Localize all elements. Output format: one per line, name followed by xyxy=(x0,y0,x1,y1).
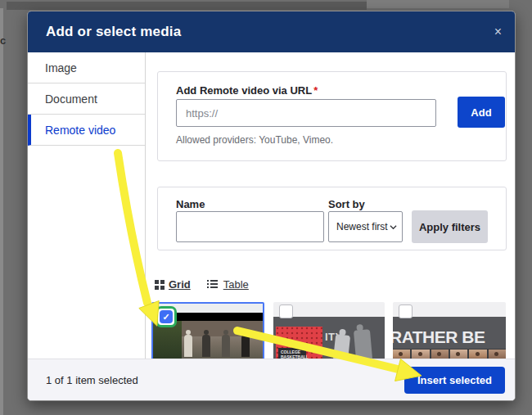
media-type-sidebar: Image Document Remote video xyxy=(28,52,146,359)
media-library-modal: Add or select media × Image Document Rem… xyxy=(27,11,516,401)
modal-title: Add or select media xyxy=(28,24,181,40)
tab-document-label: Document xyxy=(45,92,97,106)
screen: c Add or select media × Image Document R… xyxy=(0,0,532,415)
video-url-input[interactable] xyxy=(176,99,436,127)
media-item-checkbox[interactable] xyxy=(279,304,293,318)
video-thumbnail: RATHER BE xyxy=(393,317,506,359)
required-marker: * xyxy=(313,84,318,97)
thumbnail-text: RATHER BE xyxy=(393,327,506,347)
table-view-icon xyxy=(207,280,218,289)
chevron-down-icon xyxy=(390,223,397,231)
modal-content: Add Remote video via URL* Add Allowed pr… xyxy=(147,52,515,359)
media-item-selected[interactable]: ✓ xyxy=(151,302,264,359)
backdrop-band xyxy=(367,0,509,8)
modal-header: Add or select media × xyxy=(28,11,515,52)
insert-selected-button[interactable]: Insert selected xyxy=(404,367,505,394)
table-view-link[interactable]: Table xyxy=(223,278,249,291)
name-filter-input[interactable] xyxy=(176,211,324,242)
add-button[interactable]: Add xyxy=(458,97,505,128)
tab-remote-video[interactable]: Remote video xyxy=(28,115,145,146)
checkmark-icon: ✓ xyxy=(162,312,169,323)
media-item-checkbox[interactable] xyxy=(399,304,413,318)
apply-filters-button[interactable]: Apply filters xyxy=(412,210,488,243)
tab-document[interactable]: Document xyxy=(28,83,145,115)
selection-status: 1 of 1 item selected xyxy=(28,374,138,386)
name-filter-label: Name xyxy=(176,198,205,210)
grid-view-icon xyxy=(155,280,165,290)
view-toggle: Grid Table xyxy=(155,278,249,291)
sort-by-value: Newest first xyxy=(336,221,388,232)
close-icon[interactable]: × xyxy=(494,25,502,38)
backdrop-band xyxy=(7,2,367,10)
video-thumbnail: ITY COLLEGE BASKETBALL xyxy=(273,317,385,359)
tab-image[interactable]: Image xyxy=(28,52,145,83)
media-item[interactable]: ITY COLLEGE BASKETBALL xyxy=(273,302,385,359)
tab-image-label: Image xyxy=(45,61,77,74)
grid-view-link[interactable]: Grid xyxy=(169,278,191,291)
sort-by-label: Sort by xyxy=(328,198,365,210)
add-video-panel: Add Remote video via URL* Add Allowed pr… xyxy=(157,71,507,161)
modal-footer: 1 of 1 item selected Insert selected xyxy=(28,359,515,400)
url-field-label: Add Remote video via URL* xyxy=(176,84,318,97)
media-item[interactable]: RATHER BE xyxy=(393,302,506,359)
allowed-providers-help: Allowed providers: YouTube, Vimeo. xyxy=(176,134,333,146)
filters-panel: Name Sort by Newest first Apply filters xyxy=(157,187,507,250)
media-item-checkbox-checked[interactable]: ✓ xyxy=(156,306,177,327)
backdrop-partial-text: c xyxy=(0,34,8,47)
thumbnail-badge-text: COLLEGE BASKETBALL xyxy=(278,348,306,359)
tab-remote-video-label: Remote video xyxy=(45,124,115,137)
backdrop-edge xyxy=(0,8,3,415)
sort-by-select[interactable]: Newest first xyxy=(328,211,403,242)
